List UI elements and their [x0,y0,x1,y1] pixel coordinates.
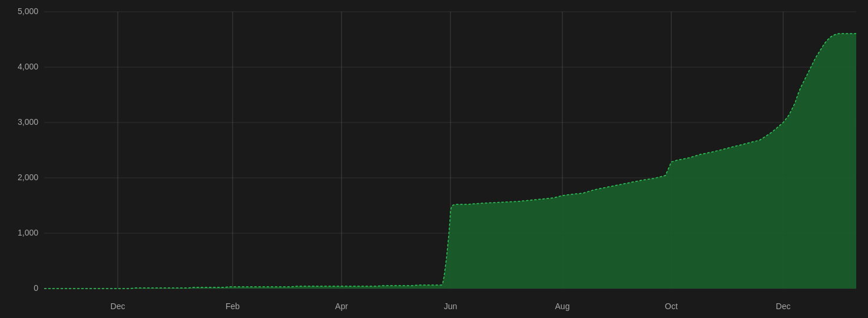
x-label-dec2: Dec [776,302,791,311]
y-label-2000: 2,000 [18,173,38,182]
y-label-1000: 1,000 [18,228,38,237]
x-label-aug: Aug [555,302,570,311]
y-label-3000: 3,000 [18,117,38,127]
area-chart: 0 1,000 2,000 3,000 4,000 5,000 Dec Feb … [0,0,868,318]
x-label-feb: Feb [226,302,240,311]
y-label-4000: 4,000 [18,62,38,71]
x-label-oct: Oct [665,302,678,311]
x-label-dec1: Dec [111,302,125,311]
y-label-0: 0 [34,283,38,293]
x-label-apr: Apr [335,302,348,311]
y-label-5000: 5,000 [18,6,38,16]
chart-container: 0 1,000 2,000 3,000 4,000 5,000 Dec Feb … [0,0,868,318]
x-label-jun: Jun [444,302,458,311]
